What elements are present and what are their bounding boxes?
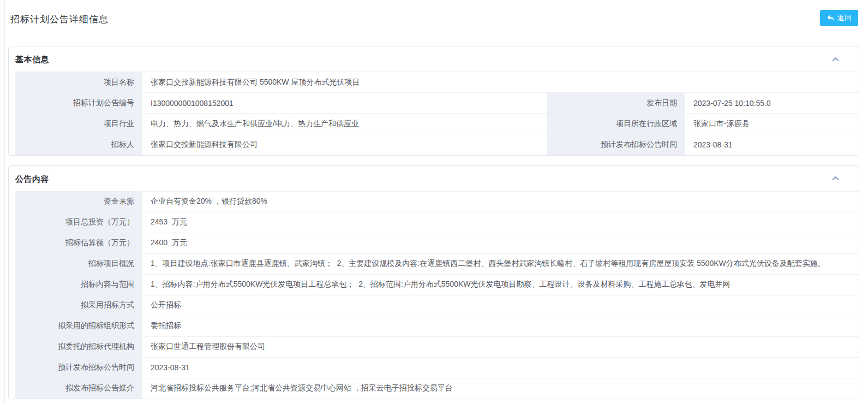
- field-value: 2023-08-31: [142, 357, 859, 378]
- table-row: 预计发布招标公告时间 2023-08-31: [15, 357, 859, 378]
- field-label: 发布日期: [547, 93, 685, 114]
- field-label: 招标计划公告编号: [15, 93, 142, 114]
- table-row: 项目总投资（万元） 2453 万元: [15, 212, 859, 233]
- field-label: 招标内容与范围: [15, 274, 142, 295]
- field-label: 项目总投资（万元）: [15, 212, 142, 233]
- field-label: 拟采用招标方式: [15, 295, 142, 316]
- section-basic-info: 基本信息 项目名称 张家口交投新能源科技有限公司 5500KW 屋顶分布式光伏项…: [8, 46, 859, 156]
- table-row: 拟发布招标公告媒介 河北省招标投标公共服务平台;河北省公共资源交易中心网站 ，招…: [15, 378, 859, 399]
- field-value: I1300000001008152001: [142, 93, 547, 114]
- section-announcement-content: 公告内容 资金来源 企业自有资金20% ，银行贷款80% 项目总投资（万元） 2…: [8, 165, 859, 400]
- field-value: 企业自有资金20% ，银行贷款80%: [142, 191, 859, 212]
- field-label: 项目名称: [15, 72, 142, 93]
- page-container: 招标计划公告详细信息 返回 基本信息 项目名称 张家口交投新能源科技有限公: [4, 0, 868, 403]
- field-value: 河北省招标投标公共服务平台;河北省公共资源交易中心网站 ，招采云电子招投标交易平…: [142, 378, 859, 399]
- table-row: 项目名称 张家口交投新能源科技有限公司 5500KW 屋顶分布式光伏项目: [15, 72, 859, 93]
- field-label: 招标人: [15, 134, 142, 155]
- chevron-up-icon[interactable]: [830, 54, 840, 64]
- chevron-up-icon[interactable]: [830, 174, 840, 183]
- table-row: 招标内容与范围 1、招标内容:户用分布式5500KW光伏发电项目工程总承包； 2…: [15, 274, 859, 295]
- section-announcement-content-header: 公告内容: [9, 166, 859, 191]
- field-label: 资金来源: [15, 191, 142, 212]
- field-label: 预计发布招标公告时间: [15, 357, 142, 378]
- table-row: 资金来源 企业自有资金20% ，银行贷款80%: [15, 191, 859, 212]
- field-label: 项目所在行政区域: [547, 114, 685, 134]
- field-value: 2400 万元: [142, 233, 859, 253]
- table-row: 招标计划公告编号 I1300000001008152001 发布日期 2023-…: [15, 93, 859, 114]
- field-label: 项目行业: [15, 114, 142, 134]
- field-value: 1、项目建设地点:张家口市逐鹿县逐鹿镇、武家沟镇； 2、主要建设规模及内容:在逐…: [142, 253, 859, 274]
- field-label: 招标项目概况: [15, 253, 142, 274]
- table-row: 拟委托的招标代理机构 张家口世通工程管理股份有限公司: [15, 336, 859, 357]
- field-value: 2023-08-31: [685, 134, 859, 155]
- table-row: 招标项目概况 1、项目建设地点:张家口市逐鹿县逐鹿镇、武家沟镇； 2、主要建设规…: [15, 253, 859, 274]
- field-value: 张家口交投新能源科技有限公司: [142, 134, 547, 155]
- page-header: 招标计划公告详细信息 返回: [8, 0, 859, 36]
- basic-info-table: 项目名称 张家口交投新能源科技有限公司 5500KW 屋顶分布式光伏项目 招标计…: [15, 72, 859, 155]
- field-value: 2453 万元: [142, 212, 859, 233]
- announcement-content-table: 资金来源 企业自有资金20% ，银行贷款80% 项目总投资（万元） 2453 万…: [15, 191, 859, 399]
- section-basic-info-header: 基本信息: [9, 46, 859, 72]
- field-label: 预计发布招标公告时间: [547, 134, 685, 155]
- back-button[interactable]: 返回: [820, 10, 858, 26]
- table-row: 招标估算额（万元） 2400 万元: [15, 233, 859, 253]
- section-title: 公告内容: [15, 174, 49, 183]
- field-value: 公开招标: [142, 295, 859, 316]
- field-label: 拟发布招标公告媒介: [15, 378, 142, 399]
- page-title: 招标计划公告详细信息: [10, 13, 859, 26]
- table-row: 拟采用招标方式 公开招标: [15, 295, 859, 316]
- field-label: 招标估算额（万元）: [15, 233, 142, 253]
- section-title: 基本信息: [15, 55, 49, 64]
- field-value: 1、招标内容:户用分布式5500KW光伏发电项目工程总承包； 2、招标范围:户用…: [142, 274, 859, 295]
- back-arrow-icon: [827, 14, 835, 22]
- table-row: 招标人 张家口交投新能源科技有限公司 预计发布招标公告时间 2023-08-31: [15, 134, 859, 155]
- field-value: 张家口市-涿鹿县: [685, 114, 859, 134]
- field-value: 电力、热力、燃气及水生产和供应业/电力、热力生产和供应业: [142, 114, 547, 134]
- field-value: 委托招标: [142, 316, 859, 336]
- table-row: 拟采用的招标组织形式 委托招标: [15, 316, 859, 336]
- field-label: 拟委托的招标代理机构: [15, 336, 142, 357]
- field-label: 拟采用的招标组织形式: [15, 316, 142, 336]
- table-row: 项目行业 电力、热力、燃气及水生产和供应业/电力、热力生产和供应业 项目所在行政…: [15, 114, 859, 134]
- field-value: 张家口世通工程管理股份有限公司: [142, 336, 859, 357]
- field-value: 2023-07-25 10:10:55.0: [685, 93, 859, 114]
- field-value: 张家口交投新能源科技有限公司 5500KW 屋顶分布式光伏项目: [142, 72, 859, 93]
- back-button-label: 返回: [837, 13, 852, 23]
